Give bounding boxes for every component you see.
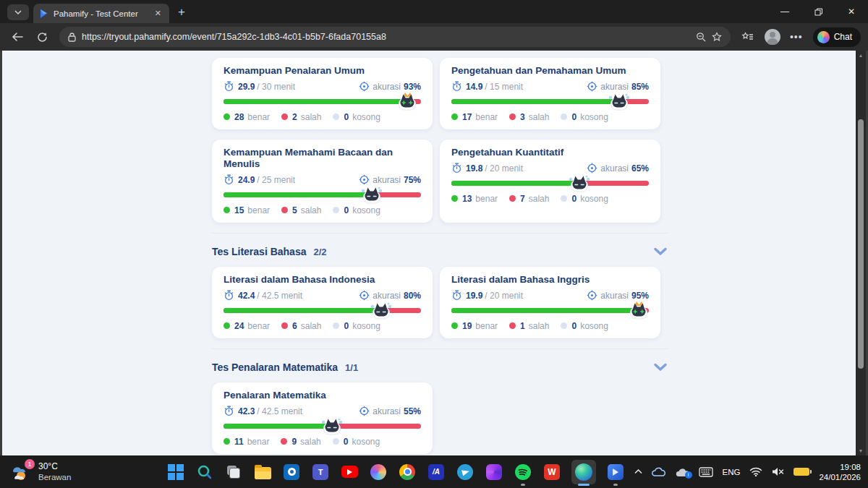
edge-button[interactable] bbox=[571, 460, 596, 484]
address-bar[interactable]: https://tryout.pahamify.com/event/715a29… bbox=[59, 27, 731, 47]
time-used: 29.9 bbox=[238, 82, 255, 92]
card-title: Kemampuan Penalaran Umum bbox=[224, 65, 421, 77]
copilot-icon bbox=[817, 31, 830, 43]
accuracy-value: 55% bbox=[404, 406, 421, 416]
accuracy-value: 75% bbox=[404, 175, 421, 185]
favorites-icon[interactable] bbox=[738, 27, 758, 47]
touch-keyboard-icon[interactable] bbox=[699, 467, 713, 477]
tab-search-button[interactable] bbox=[7, 4, 29, 20]
clock-date: 24/01/2026 bbox=[819, 472, 861, 482]
accuracy-label: akurasi bbox=[600, 291, 629, 301]
ia-app-icon: /A bbox=[428, 464, 444, 480]
edge-icon bbox=[575, 463, 592, 481]
benar-dot bbox=[451, 114, 458, 120]
teams-button[interactable]: T bbox=[311, 458, 330, 487]
zoom-search-icon[interactable] bbox=[696, 32, 706, 42]
test-result-card: Pengetahuan Kuantitatif 19.8 / 20 menit … bbox=[440, 140, 660, 223]
outlook-button[interactable] bbox=[282, 458, 301, 487]
page-scrollbar[interactable]: ▲ ▼ bbox=[856, 51, 866, 455]
youtube-button[interactable] bbox=[340, 458, 359, 487]
salah-count: 3 bbox=[520, 112, 525, 122]
weather-cloud-tray-icon[interactable]: i bbox=[676, 467, 689, 477]
task-view-icon bbox=[226, 464, 242, 480]
volume-muted-icon[interactable] bbox=[772, 467, 784, 476]
kosong-label: kosong bbox=[352, 437, 380, 447]
notification-badge: 1 bbox=[25, 459, 35, 469]
scroll-down-icon[interactable]: ▼ bbox=[859, 446, 864, 455]
kosong-count: 0 bbox=[344, 437, 349, 447]
file-explorer-button[interactable] bbox=[253, 458, 272, 487]
battery-icon[interactable] bbox=[793, 468, 809, 476]
benar-label: benar bbox=[247, 205, 270, 215]
wps-office-button[interactable]: W bbox=[542, 458, 561, 487]
browser-tab[interactable]: Pahamify - Test Center ✕ bbox=[33, 4, 169, 23]
kosong-dot bbox=[561, 114, 567, 120]
taskbar-clock[interactable]: 19:08 24/01/2026 bbox=[819, 462, 861, 482]
card-title: Pengetahuan Kuantitatif bbox=[451, 147, 649, 158]
start-button[interactable] bbox=[166, 458, 185, 487]
time-total: / 42.5 menit bbox=[257, 406, 302, 416]
benar-count: 28 bbox=[234, 112, 244, 122]
refresh-button[interactable] bbox=[32, 27, 52, 47]
ia-app-button[interactable]: /A bbox=[427, 458, 446, 487]
restore-button[interactable] bbox=[801, 0, 835, 23]
progress-bar bbox=[224, 99, 421, 104]
time-used: 19.9 bbox=[466, 291, 482, 301]
restore-icon bbox=[814, 8, 822, 16]
pahamify-app-button[interactable] bbox=[606, 458, 625, 487]
language-indicator[interactable]: ENG bbox=[723, 468, 741, 476]
salah-dot bbox=[281, 114, 288, 120]
time-used: 19.8 bbox=[466, 163, 482, 174]
microsoft-365-button[interactable] bbox=[485, 458, 503, 487]
onedrive-icon[interactable] bbox=[652, 467, 666, 477]
close-button[interactable]: ✕ bbox=[835, 0, 868, 23]
profile-avatar[interactable] bbox=[762, 27, 783, 47]
back-button[interactable] bbox=[7, 27, 27, 47]
copilot-chat-button[interactable]: Chat bbox=[813, 27, 861, 47]
taskbar-search[interactable] bbox=[195, 458, 214, 487]
benar-dot bbox=[224, 207, 230, 213]
tab-close-icon[interactable]: ✕ bbox=[153, 9, 163, 18]
salah-label: salah bbox=[301, 112, 322, 122]
minimize-button[interactable]: — bbox=[768, 0, 801, 23]
telegram-icon bbox=[457, 464, 473, 480]
telegram-button[interactable] bbox=[456, 458, 475, 487]
wifi-icon[interactable] bbox=[749, 467, 762, 476]
accuracy-value: 80% bbox=[404, 291, 421, 301]
scrollbar-thumb[interactable] bbox=[858, 119, 864, 369]
kosong-label: kosong bbox=[352, 205, 380, 215]
chevron-down-icon[interactable] bbox=[653, 247, 668, 256]
benar-dot bbox=[224, 438, 230, 445]
running-indicator bbox=[521, 484, 525, 486]
browser-toolbar: https://tryout.pahamify.com/event/715a29… bbox=[0, 23, 868, 51]
accuracy-value: 65% bbox=[631, 163, 649, 174]
mascot-icon bbox=[626, 299, 651, 321]
bookmark-star-icon[interactable] bbox=[712, 32, 722, 42]
kosong-label: kosong bbox=[580, 321, 608, 331]
mascot-icon bbox=[395, 90, 420, 112]
kosong-dot bbox=[333, 114, 339, 120]
kosong-dot bbox=[333, 438, 339, 445]
new-tab-button[interactable]: + bbox=[178, 5, 185, 20]
youtube-icon bbox=[341, 466, 358, 478]
settings-menu-icon[interactable]: ••• bbox=[787, 31, 806, 43]
task-view-button[interactable] bbox=[224, 458, 243, 487]
battery-level bbox=[793, 468, 809, 476]
chevron-down-icon[interactable] bbox=[653, 363, 668, 372]
card-title: Kemampuan Memahami Bacaan dan Menulis bbox=[224, 147, 421, 170]
pahamify-app-icon bbox=[608, 464, 624, 480]
tray-chevron-up-icon[interactable] bbox=[634, 469, 642, 474]
scroll-up-icon[interactable]: ▲ bbox=[859, 51, 864, 60]
kosong-count: 0 bbox=[571, 112, 576, 122]
chrome-button[interactable] bbox=[398, 458, 417, 487]
progress-bar bbox=[451, 181, 649, 186]
running-indicator bbox=[613, 484, 618, 486]
time-total: / 25 menit bbox=[257, 175, 295, 185]
active-indicator bbox=[578, 484, 590, 486]
weather-widget[interactable]: 1 30°C Berawan bbox=[9, 455, 71, 488]
kosong-count: 0 bbox=[344, 321, 349, 331]
benar-label: benar bbox=[247, 437, 270, 447]
spotify-button[interactable] bbox=[514, 458, 532, 487]
copilot-button[interactable] bbox=[369, 458, 388, 487]
wps-office-icon: W bbox=[544, 464, 560, 480]
